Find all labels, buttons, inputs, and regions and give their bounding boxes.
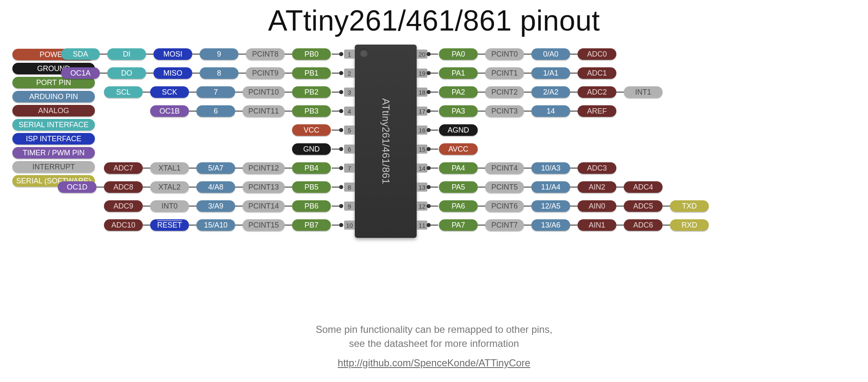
func-do: DO bbox=[107, 67, 146, 79]
func-pcint1: PCINT1 bbox=[485, 67, 524, 79]
left-row-7: ADC7XTAL15/A7PCINT12PB4 bbox=[104, 162, 343, 174]
func-pcint0: PCINT0 bbox=[485, 48, 524, 60]
left-row-4: OC1B6PCINT11PB3 bbox=[150, 105, 343, 117]
func-int1: INT1 bbox=[624, 86, 663, 98]
func-0-a0: 0/A0 bbox=[531, 48, 570, 60]
func-pb5: PB5 bbox=[292, 181, 331, 193]
func-12-a5: 12/A5 bbox=[531, 200, 570, 212]
right-row-9: PA6PCINT612/A5AIN0ADC5TXD bbox=[427, 200, 709, 212]
func-adc8: ADC8 bbox=[104, 181, 143, 193]
chip-body: ATtiny261/461/861 1202193184175166157148… bbox=[355, 45, 417, 238]
func-pcint12: PCINT12 bbox=[243, 162, 285, 174]
func-pa7: PA7 bbox=[439, 219, 478, 231]
func-pb0: PB0 bbox=[292, 48, 331, 60]
pin-6: 6 bbox=[344, 145, 355, 154]
func-pcint10: PCINT10 bbox=[243, 86, 285, 98]
legend-serial: SERIAL INTERFACE bbox=[12, 119, 95, 130]
func-ain0: AIN0 bbox=[578, 200, 616, 212]
pin-17: 17 bbox=[417, 107, 427, 116]
func-3-a9: 3/A9 bbox=[196, 200, 235, 212]
legend-analog: ANALOG bbox=[12, 105, 95, 116]
left-row-10: ADC10RESET15/A10PCINT15PB7 bbox=[104, 219, 343, 231]
func-xtal1: XTAL1 bbox=[150, 162, 189, 174]
left-row-6: GND bbox=[292, 143, 343, 155]
func-pa5: PA5 bbox=[439, 181, 478, 193]
page-title: ATtiny261/461/861 pinout bbox=[0, 4, 868, 37]
func-pcint6: PCINT6 bbox=[485, 200, 524, 212]
func-sck: SCK bbox=[150, 86, 189, 98]
func-2-a2: 2/A2 bbox=[531, 86, 570, 98]
func-5-a7: 5/A7 bbox=[196, 162, 235, 174]
pin-4: 4 bbox=[344, 107, 355, 116]
func-pcint11: PCINT11 bbox=[243, 105, 285, 117]
func-pcint5: PCINT5 bbox=[485, 181, 524, 193]
pin-18: 18 bbox=[417, 88, 427, 97]
left-row-8: OC1DADC8XTAL24/A8PCINT13PB5 bbox=[58, 181, 343, 193]
left-row-5: VCC bbox=[292, 124, 343, 136]
func-pb7: PB7 bbox=[292, 219, 331, 231]
right-row-6: AVCC bbox=[427, 143, 478, 155]
func-pa1: PA1 bbox=[439, 67, 478, 79]
func-pa4: PA4 bbox=[439, 162, 478, 174]
func-adc10: ADC10 bbox=[104, 219, 143, 231]
func-oc1b: OC1B bbox=[150, 105, 189, 117]
right-row-1: PA0PCINT00/A0ADC0 bbox=[427, 48, 616, 60]
func-agnd: AGND bbox=[439, 124, 478, 136]
right-row-5: AGND bbox=[427, 124, 478, 136]
func-pb1: PB1 bbox=[292, 67, 331, 79]
pin-19: 19 bbox=[417, 69, 427, 78]
func-pcint13: PCINT13 bbox=[243, 181, 285, 193]
footer-link[interactable]: http://github.com/SpenceKonde/ATTinyCore bbox=[0, 356, 868, 370]
legend-timer: TIMER / PWM PIN bbox=[12, 147, 95, 159]
func-avcc: AVCC bbox=[439, 143, 478, 155]
func-11-a4: 11/A4 bbox=[531, 181, 570, 193]
func-ain1: AIN1 bbox=[578, 219, 616, 231]
pin-13: 13 bbox=[417, 183, 427, 192]
pin-3: 3 bbox=[344, 88, 355, 97]
pin-7: 7 bbox=[344, 164, 355, 173]
func-reset: RESET bbox=[150, 219, 189, 231]
footer-line2: see the datasheet for more information bbox=[0, 337, 868, 350]
func-gnd: GND bbox=[292, 143, 331, 155]
right-row-2: PA1PCINT11/A1ADC1 bbox=[427, 67, 616, 79]
func-pa2: PA2 bbox=[439, 86, 478, 98]
func-pcint2: PCINT2 bbox=[485, 86, 524, 98]
pin-16: 16 bbox=[417, 126, 427, 135]
func-ain2: AIN2 bbox=[578, 181, 616, 193]
pin-1: 1 bbox=[344, 50, 355, 59]
func-adc0: ADC0 bbox=[578, 48, 616, 60]
pin-11: 11 bbox=[417, 221, 427, 230]
right-row-4: PA3PCINT314AREF bbox=[427, 105, 616, 117]
func-adc6: ADC6 bbox=[624, 219, 663, 231]
func-pcint4: PCINT4 bbox=[485, 162, 524, 174]
right-row-3: PA2PCINT22/A2ADC2INT1 bbox=[427, 86, 663, 98]
pin-9: 9 bbox=[344, 202, 355, 211]
func-13-a6: 13/A6 bbox=[531, 219, 570, 231]
footer-line1: Some pin functionality can be remapped t… bbox=[316, 324, 552, 335]
func-pa6: PA6 bbox=[439, 200, 478, 212]
pin-8: 8 bbox=[344, 183, 355, 192]
func-adc5: ADC5 bbox=[624, 200, 663, 212]
func-oc1d: OC1D bbox=[58, 181, 97, 193]
pin-20: 20 bbox=[417, 50, 427, 59]
legend-isp: ISP INTERFACE bbox=[12, 133, 95, 145]
pin-12: 12 bbox=[417, 202, 427, 211]
left-row-3: SCLSCK7PCINT10PB2 bbox=[104, 86, 343, 98]
func-4-a8: 4/A8 bbox=[196, 181, 235, 193]
func-8: 8 bbox=[200, 67, 238, 79]
func-vcc: VCC bbox=[292, 124, 331, 136]
func-txd: TXD bbox=[670, 200, 709, 212]
func-15-a10: 15/A10 bbox=[196, 219, 235, 231]
func-rxd: RXD bbox=[670, 219, 709, 231]
func-pb2: PB2 bbox=[292, 86, 331, 98]
func-1-a1: 1/A1 bbox=[531, 67, 570, 79]
func-7: 7 bbox=[196, 86, 235, 98]
left-row-1: SDADIMOSI9PCINT8PB0 bbox=[61, 48, 343, 60]
func-pcint8: PCINT8 bbox=[246, 48, 285, 60]
func-9: 9 bbox=[200, 48, 238, 60]
right-row-7: PA4PCINT410/A3ADC3 bbox=[427, 162, 616, 174]
func-adc1: ADC1 bbox=[578, 67, 616, 79]
func-pcint7: PCINT7 bbox=[485, 219, 524, 231]
pin-2: 2 bbox=[344, 69, 355, 78]
pin-10: 10 bbox=[344, 221, 355, 230]
